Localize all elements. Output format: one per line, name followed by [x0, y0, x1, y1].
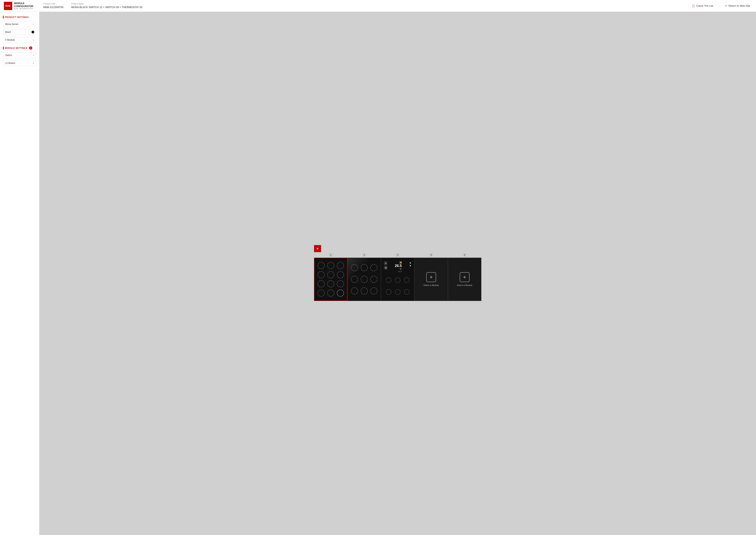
thermo-btn-6[interactable]: [404, 289, 409, 295]
module-number-5: 5: [463, 253, 467, 257]
module-number-1: 1: [329, 253, 333, 257]
main-temp: 26.5: [395, 264, 402, 268]
set-temp: 25.5: [398, 270, 402, 272]
select-module-text-4: Select a Module: [423, 284, 439, 286]
switch-type-select[interactable]: Switch Dimmer Thermostat: [3, 52, 36, 58]
sw9-btn-1[interactable]: [350, 262, 359, 273]
sw9-btn-6[interactable]: [369, 273, 379, 285]
module-panel-3[interactable]: ⊕ ⏻ 📶 26.5: [381, 258, 414, 301]
check-list-icon: 📋: [692, 4, 695, 7]
thermo-icon-row-1: ⊕: [384, 261, 387, 265]
thermostat-display: ⊕ ⏻ 📶 26.5: [381, 258, 414, 301]
add-module-icon-5: +: [460, 272, 469, 282]
module-number-3: 3: [396, 253, 400, 257]
button-grid-9: [348, 258, 381, 301]
thermo-left-icons: ⊕ ⏻: [384, 261, 387, 269]
thermo-btn-4-wrap: [385, 287, 393, 297]
btn-6[interactable]: [336, 270, 345, 279]
thermo-btn-6-wrap: [403, 287, 411, 297]
section-bar: [3, 16, 4, 18]
thermo-btn-2[interactable]: [395, 277, 401, 283]
btn-12[interactable]: [336, 289, 345, 298]
thermo-btn-5[interactable]: [395, 289, 401, 295]
btn-3[interactable]: [336, 261, 345, 270]
sidebar: PRODUCT SETTINGS Mona Series Aria Series…: [0, 12, 39, 535]
product-info: Product Code MNB-S12S09T05 Product Name …: [43, 3, 690, 9]
close-btn-row: ×: [314, 246, 481, 253]
return-website-button[interactable]: ↩ Return to Web Site: [723, 3, 752, 9]
module-settings-badge: 1: [29, 46, 32, 49]
product-settings-label: PRODUCT SETTINGS: [5, 16, 29, 18]
sw9-btn-2[interactable]: [359, 262, 369, 273]
btn-10[interactable]: [317, 289, 326, 298]
module-number-4: 4: [429, 253, 433, 257]
btn-5[interactable]: [326, 270, 336, 279]
logo-text-area: MODULECONFIGURATOR EAE TECHNOLOGY: [14, 2, 33, 10]
app-title: MODULECONFIGURATOR: [14, 2, 33, 8]
thermo-btn-3[interactable]: [404, 277, 409, 283]
module-strip: 1: [314, 253, 481, 301]
check-list-button[interactable]: 📋 Check The List: [690, 3, 715, 9]
fan-icon: ⊕: [384, 261, 387, 265]
temp-up-button[interactable]: ▲: [409, 261, 411, 264]
sw9-btn-8[interactable]: [359, 285, 369, 297]
series-select[interactable]: Mona Series Aria Series Luna Series: [3, 21, 36, 27]
module-panel-1[interactable]: [314, 258, 348, 301]
close-icon: ×: [317, 247, 319, 251]
module-count-select[interactable]: 3 Module 4 Module 5 Module 6 Module: [3, 37, 36, 43]
module-panel-4[interactable]: + Select a Module: [414, 258, 448, 301]
thermo-btn-1-wrap: [385, 275, 393, 285]
sw9-btn-3[interactable]: [369, 262, 379, 273]
thermo-button-grid: [383, 274, 413, 299]
logo-area: EAE MODULECONFIGURATOR EAE TECHNOLOGY: [4, 2, 43, 10]
color-select[interactable]: Black White Silver: [3, 29, 36, 35]
logo-box: EAE: [4, 2, 12, 10]
button-count-select[interactable]: 12 Button 9 Button 6 Button: [3, 60, 36, 66]
thermo-btn-1[interactable]: [386, 277, 391, 283]
main-layout: PRODUCT SETTINGS Mona Series Aria Series…: [0, 12, 756, 535]
btn-4[interactable]: [317, 270, 326, 279]
button-count-select-wrapper: 12 Button 9 Button 6 Button ⇕: [3, 60, 36, 66]
module-panel-5[interactable]: + Select a Module: [448, 258, 481, 301]
switch-type-select-wrapper: Switch Dimmer Thermostat ⇕: [3, 52, 36, 58]
return-label: Return to Web Site: [728, 4, 750, 7]
product-name-group: Product Name MONA BLACK SWITCH 12 + SWIT…: [71, 3, 142, 9]
power-icon: ⏻: [384, 266, 387, 269]
sw9-btn-4[interactable]: [350, 273, 359, 285]
module-panel-2[interactable]: [348, 258, 381, 301]
return-icon: ↩: [725, 4, 727, 7]
signal-icon: 📶: [400, 261, 402, 264]
btn-7[interactable]: [317, 279, 326, 289]
btn-8[interactable]: [326, 279, 336, 289]
temp-down-button[interactable]: ▼: [409, 265, 411, 267]
product-code-group: Product Code MNB-S12S09T05: [43, 3, 63, 9]
thermo-btn-5-wrap: [394, 287, 402, 297]
module-wrapper-1: 1: [314, 253, 348, 301]
btn-2[interactable]: [326, 261, 336, 270]
section-bar-2: [3, 47, 4, 49]
sw9-btn-7[interactable]: [350, 285, 359, 297]
module-settings-label: MODULE SETTINGS: [5, 47, 27, 49]
sw9-btn-5[interactable]: [359, 273, 369, 285]
thermo-btn-2-wrap: [394, 275, 402, 285]
button-grid-12: [315, 258, 347, 300]
sw9-btn-9[interactable]: [369, 285, 379, 297]
btn-9[interactable]: [336, 279, 345, 289]
temp-unit: °C: [400, 268, 402, 270]
series-select-wrapper: Mona Series Aria Series Luna Series ⇕: [3, 21, 36, 27]
product-settings-section: PRODUCT SETTINGS: [3, 16, 36, 18]
close-button[interactable]: ×: [314, 245, 321, 252]
check-list-label: Check The List: [696, 4, 713, 7]
select-module-text-5: Select a Module: [457, 284, 472, 286]
product-name-value: MONA BLACK SWITCH 12 + SWITCH 09 + THERM…: [71, 6, 142, 9]
color-select-wrapper: Black White Silver: [3, 29, 36, 35]
btn-11[interactable]: [326, 289, 336, 298]
module-wrapper-3: 3 ⊕ ⏻: [381, 253, 414, 301]
thermo-signal: 📶: [400, 261, 402, 264]
thermo-btn-4[interactable]: [386, 289, 391, 295]
company-name: EAE TECHNOLOGY: [14, 8, 33, 10]
module-number-2: 2: [362, 253, 366, 257]
module-wrapper-4: 4 + Select a Module: [414, 253, 448, 301]
btn-1[interactable]: [317, 261, 326, 270]
product-code-value: MNB-S12S09T05: [43, 6, 63, 9]
